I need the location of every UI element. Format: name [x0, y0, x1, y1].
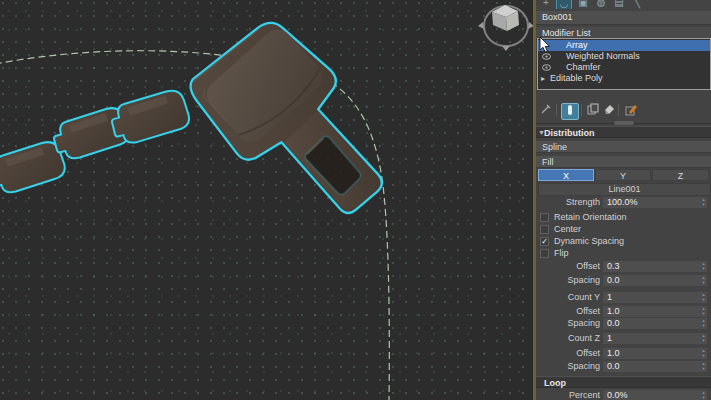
field-label: Offset: [536, 348, 600, 359]
flip-checkbox[interactable]: [540, 249, 549, 258]
rollout-title: Loop: [544, 378, 566, 388]
stack-item-label: Chamfer: [566, 62, 601, 73]
center-checkbox[interactable]: [540, 225, 549, 234]
strength-input[interactable]: 100.0% ▲▼: [603, 197, 707, 208]
count-z-input[interactable]: 1▲▼: [603, 333, 707, 344]
field-label: Count Y: [536, 292, 600, 303]
axis-button-group: X Y Z: [538, 169, 709, 181]
offset-y-input[interactable]: 1.0▲▼: [603, 306, 707, 317]
fill-mode-label: Fill: [542, 157, 554, 167]
offset-y-row: Offset 1.0▲▼: [536, 306, 711, 317]
panel-divider-grip[interactable]: [614, 121, 634, 125]
center-row: Center: [540, 224, 710, 235]
spline-object-name: Line001: [608, 184, 640, 194]
spinner-arrows-icon[interactable]: ▲▼: [700, 306, 707, 317]
hierarchy-tab-icon[interactable]: ▣: [576, 0, 590, 9]
spline-pick-button[interactable]: Line001: [538, 183, 711, 196]
spinner-arrows-icon[interactable]: ▲▼: [700, 318, 707, 329]
make-unique-icon[interactable]: [585, 103, 601, 118]
spinner-arrows-icon[interactable]: ▲▼: [700, 197, 707, 208]
stack-item-weighted-normals[interactable]: Weighted Normals: [538, 51, 710, 62]
expand-arrow-icon[interactable]: ▸: [541, 73, 545, 84]
spinner-arrows-icon[interactable]: ▲▼: [700, 275, 707, 286]
fill-mode-dropdown[interactable]: Fill: [536, 156, 711, 168]
selected-buckle-model[interactable]: [180, 7, 412, 245]
loop-rollout-header[interactable]: Loop: [536, 376, 711, 388]
distribution-spline[interactable]: [0, 51, 389, 400]
3d-viewport[interactable]: [0, 0, 533, 400]
stack-item-label: Weighted Normals: [566, 51, 640, 62]
spacing-y-input[interactable]: 0.0▲▼: [603, 318, 707, 329]
spinner-arrows-icon[interactable]: ▲▼: [700, 390, 707, 400]
object-name-text: Box001: [542, 12, 573, 22]
retain-orientation-row: Retain Orientation: [540, 212, 710, 223]
percent-input[interactable]: 0.0%▲▼: [603, 390, 707, 400]
spinner-arrows-icon[interactable]: ▲▼: [700, 348, 707, 359]
display-tab-icon[interactable]: ▤: [612, 0, 626, 9]
spinner-arrows-icon[interactable]: ▲▼: [700, 261, 707, 272]
spacing-z-row: Spacing 0.0▲▼: [536, 361, 711, 372]
field-label: Offset: [536, 306, 600, 317]
axis-z-button[interactable]: Z: [652, 169, 709, 181]
count-y-row: Count Y 1▲▼: [536, 292, 711, 303]
stack-item-chamfer[interactable]: Chamfer: [538, 62, 710, 73]
configure-modifier-sets-icon[interactable]: [623, 103, 639, 118]
checkbox-label: Flip: [554, 248, 569, 259]
distribution-rollout-header[interactable]: ▼ Distribution: [536, 126, 711, 138]
stack-item-array[interactable]: Array: [538, 40, 710, 51]
spinner-arrows-icon[interactable]: ▲▼: [700, 361, 707, 372]
motion-tab-icon[interactable]: ◍: [594, 0, 608, 9]
rollout-title: Distribution: [544, 128, 595, 138]
axis-y-button[interactable]: Y: [595, 169, 651, 181]
checkbox-label: Center: [554, 224, 581, 235]
stack-item-editable-poly[interactable]: ▸ Editable Poly: [538, 73, 710, 84]
visibility-eye-icon[interactable]: [542, 64, 551, 71]
spline-mode-label: Spline: [542, 142, 567, 152]
strength-label: Strength: [536, 197, 600, 208]
pin-stack-icon[interactable]: [538, 103, 554, 118]
axis-x-button[interactable]: X: [538, 169, 594, 181]
offset-x-row: Offset 0.3▲▼: [536, 261, 711, 272]
field-label: Spacing: [536, 361, 600, 372]
object-name-field[interactable]: Box001: [536, 11, 711, 25]
retain-orientation-checkbox[interactable]: [540, 213, 549, 222]
visibility-eye-icon[interactable]: [542, 53, 551, 60]
offset-z-row: Offset 1.0▲▼: [536, 348, 711, 359]
dynamic-spacing-checkbox[interactable]: ✓: [540, 237, 549, 246]
flip-row: Flip: [540, 248, 710, 259]
remove-modifier-icon[interactable]: [601, 103, 617, 118]
checkbox-label: Retain Orientation: [554, 212, 627, 223]
offset-x-input[interactable]: 0.3▲▼: [603, 261, 707, 272]
count-y-input[interactable]: 1▲▼: [603, 292, 707, 303]
app-window: { "colors": { "selection_outline": "#35d…: [0, 0, 711, 400]
modifier-stack: Array Weighted Normals Chamfer ▸ Editabl…: [537, 38, 711, 90]
command-panel: + ◡ ▣ ◍ ▤ ╲ Box001 Modifier List Array W…: [536, 0, 711, 400]
percent-row: Percent 0.0%▲▼: [536, 390, 711, 400]
modify-tab-icon[interactable]: ◡: [556, 0, 572, 9]
create-tab-icon[interactable]: +: [539, 0, 553, 9]
offset-z-input[interactable]: 1.0▲▼: [603, 348, 707, 359]
spacing-x-input[interactable]: 0.0▲▼: [603, 275, 707, 286]
spacing-y-row: Spacing 0.0▲▼: [536, 318, 711, 329]
rollout-collapse-icon: ▼: [538, 127, 545, 139]
stack-item-label: Editable Poly: [550, 73, 603, 84]
viewport-canvas: [0, 0, 533, 400]
spinner-arrows-icon[interactable]: ▲▼: [700, 333, 707, 344]
show-end-result-icon[interactable]: [561, 103, 579, 120]
checkbox-label: Dynamic Spacing: [554, 236, 624, 247]
strength-row: Strength 100.0% ▲▼: [536, 197, 711, 208]
command-panel-tabs: + ◡ ▣ ◍ ▤ ╲: [536, 0, 711, 9]
spline-mode-dropdown[interactable]: Spline: [536, 141, 711, 153]
spacing-z-input[interactable]: 0.0▲▼: [603, 361, 707, 372]
viewcube[interactable]: [478, 5, 533, 51]
count-z-row: Count Z 1▲▼: [536, 333, 711, 344]
spinner-arrows-icon[interactable]: ▲▼: [700, 292, 707, 303]
field-label: Spacing: [536, 275, 600, 286]
dynamic-spacing-row: ✓ Dynamic Spacing: [540, 236, 710, 247]
utilities-tab-icon[interactable]: ╲: [630, 0, 644, 9]
percent-label: Percent: [536, 390, 600, 400]
field-label: Offset: [536, 261, 600, 272]
stack-item-label: Array: [566, 40, 588, 51]
mouse-cursor: [539, 37, 551, 53]
stack-toolbar: [538, 102, 710, 120]
